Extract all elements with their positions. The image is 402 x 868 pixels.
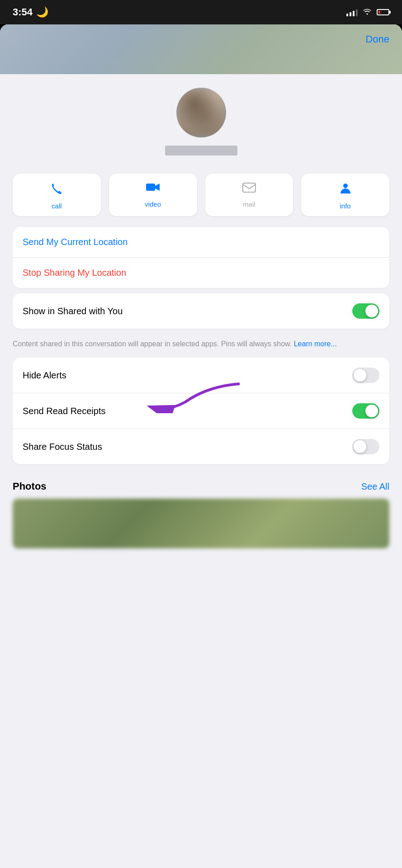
info-button[interactable]: info xyxy=(301,174,389,216)
shared-with-you-helper: Content shared in this conversation will… xyxy=(0,334,402,358)
photos-header: Photos See All xyxy=(0,470,402,499)
send-read-receipts-toggle[interactable] xyxy=(352,403,379,419)
mail-label: mail xyxy=(243,200,255,208)
wifi-icon xyxy=(362,8,372,17)
avatar xyxy=(176,88,226,137)
hide-alerts-row[interactable]: Hide Alerts xyxy=(13,358,389,393)
call-label: call xyxy=(52,202,62,210)
show-shared-toggle[interactable] xyxy=(352,303,379,319)
hide-alerts-toggle[interactable] xyxy=(352,368,379,383)
share-focus-status-label: Share Focus Status xyxy=(23,442,102,452)
location-section-card: Send My Current Location Stop Sharing My… xyxy=(13,227,389,288)
share-focus-status-row[interactable]: Share Focus Status xyxy=(13,429,389,464)
call-icon xyxy=(50,182,63,198)
action-buttons-row: call video mail xyxy=(0,174,402,216)
status-time: 3:54 🌙 xyxy=(13,6,48,18)
video-button[interactable]: video xyxy=(109,174,197,216)
info-person-icon xyxy=(339,182,352,198)
time-display: 3:54 xyxy=(13,6,33,18)
status-right-icons xyxy=(346,8,389,17)
svg-point-2 xyxy=(343,184,348,188)
video-icon xyxy=(146,182,160,196)
profile-section xyxy=(0,74,402,174)
photos-strip xyxy=(13,499,389,548)
settings-card: Hide Alerts Send Read Receipts Share Foc… xyxy=(13,358,389,464)
info-label: info xyxy=(340,202,351,210)
signal-bars-icon xyxy=(346,8,358,16)
see-all-link[interactable]: See All xyxy=(361,481,389,492)
send-read-receipts-row[interactable]: Send Read Receipts xyxy=(13,393,389,429)
call-button[interactable]: call xyxy=(13,174,101,216)
video-label: video xyxy=(145,200,161,208)
stop-sharing-row[interactable]: Stop Sharing My Location xyxy=(13,257,389,288)
learn-more-link[interactable]: Learn more... xyxy=(294,340,337,348)
status-bar: 3:54 🌙 xyxy=(0,0,402,24)
svg-rect-1 xyxy=(243,183,255,192)
helper-text-content: Content shared in this conversation will… xyxy=(13,340,292,348)
show-shared-label: Show in Shared with You xyxy=(23,306,123,316)
share-focus-status-toggle[interactable] xyxy=(352,439,379,454)
battery-icon xyxy=(377,9,389,15)
send-location-label: Send My Current Location xyxy=(23,237,128,247)
shared-with-you-card: Show in Shared with You xyxy=(13,293,389,329)
moon-icon: 🌙 xyxy=(36,6,48,18)
svg-rect-0 xyxy=(146,184,155,191)
contact-name xyxy=(165,146,237,156)
photos-title: Photos xyxy=(13,481,47,492)
top-background xyxy=(0,24,402,74)
send-read-receipts-label: Send Read Receipts xyxy=(23,406,105,416)
hide-alerts-label: Hide Alerts xyxy=(23,370,66,381)
mail-icon xyxy=(242,182,256,196)
send-location-row[interactable]: Send My Current Location xyxy=(13,227,389,257)
mail-button[interactable]: mail xyxy=(205,174,293,216)
show-shared-row[interactable]: Show in Shared with You xyxy=(13,293,389,329)
main-content: Done call video xyxy=(0,24,402,868)
done-button[interactable]: Done xyxy=(365,33,389,45)
stop-sharing-label: Stop Sharing My Location xyxy=(23,268,126,278)
